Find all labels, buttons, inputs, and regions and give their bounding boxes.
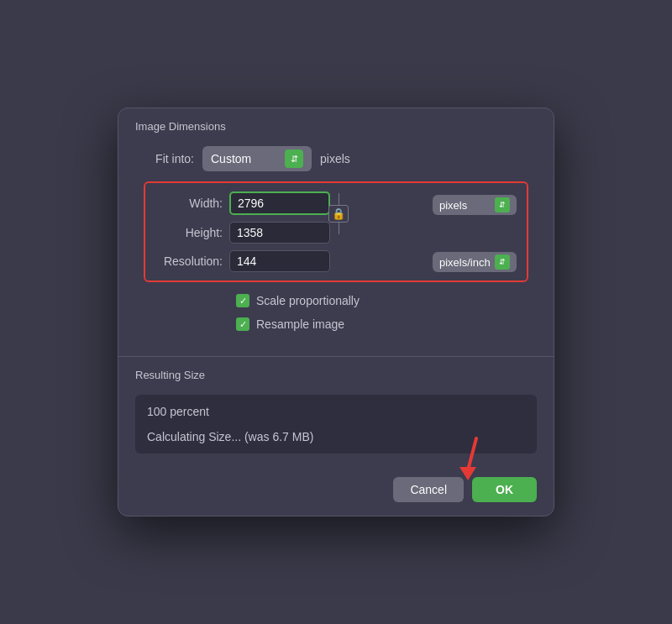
scale-proportionally-row: ✓ Scale proportionally	[236, 294, 520, 307]
section-title-image-dimensions: Image Dimensions	[118, 108, 554, 139]
lock-line-bottom	[339, 223, 339, 234]
pixels-per-inch-arrow-icon: ⇵	[495, 254, 510, 270]
image-dimensions-dialog: Image Dimensions Fit into: Custom ⇵ pixe…	[118, 107, 554, 517]
svg-marker-1	[459, 467, 476, 480]
checkboxes-area: ✓ Scale proportionally ✓ Resample image	[135, 291, 537, 346]
height-label: Height:	[155, 226, 223, 239]
buttons-row: Cancel OK	[118, 465, 554, 516]
resample-image-label: Resample image	[256, 317, 344, 331]
top-section: Fit into: Custom ⇵ pixels Width: 🔒	[118, 139, 554, 356]
resample-image-row: ✓ Resample image	[236, 317, 520, 331]
width-label: Width:	[155, 197, 223, 210]
width-input[interactable]	[229, 191, 330, 215]
result-percent: 100 percent	[147, 405, 525, 418]
pixels-unit-text: pixels	[439, 199, 491, 212]
svg-line-0	[468, 438, 476, 470]
resulting-size-section: Resulting Size 100 percent Calculating S…	[118, 357, 554, 465]
fit-into-label: Fit into:	[144, 152, 194, 165]
pixels-unit-arrow-icon: ⇵	[495, 197, 510, 212]
fit-into-dropdown-icon: ⇵	[285, 149, 303, 168]
fit-into-value: Custom	[211, 152, 278, 165]
resolution-input[interactable]	[229, 250, 330, 272]
height-input[interactable]	[229, 222, 330, 244]
dimensions-box: Width: 🔒 Height: pixels ⇵	[144, 181, 528, 282]
pixels-unit-select[interactable]: pixels ⇵	[433, 195, 517, 215]
pixels-per-inch-text: pixels/inch	[439, 256, 491, 269]
resample-image-checkbox[interactable]: ✓	[236, 317, 249, 331]
resulting-size-label: Resulting Size	[135, 369, 537, 388]
scale-proportionally-label: Scale proportionally	[256, 294, 360, 307]
ok-button-container: OK	[472, 477, 537, 502]
fit-into-select[interactable]: Custom ⇵	[202, 146, 312, 171]
pixels-per-inch-container: pixels/inch ⇵	[426, 252, 517, 272]
pixels-label: pixels	[320, 152, 350, 165]
resolution-label: Resolution:	[155, 254, 223, 268]
lock-bracket: 🔒	[327, 193, 350, 245]
pixels-unit-container: pixels ⇵	[426, 195, 517, 215]
lock-line-top	[339, 193, 339, 205]
pixels-per-inch-select[interactable]: pixels/inch ⇵	[433, 252, 517, 272]
red-arrow-indicator	[451, 437, 485, 483]
fit-into-row: Fit into: Custom ⇵ pixels	[135, 146, 537, 171]
scale-proportionally-checkbox[interactable]: ✓	[236, 294, 249, 307]
lock-icon[interactable]: 🔒	[328, 205, 349, 223]
